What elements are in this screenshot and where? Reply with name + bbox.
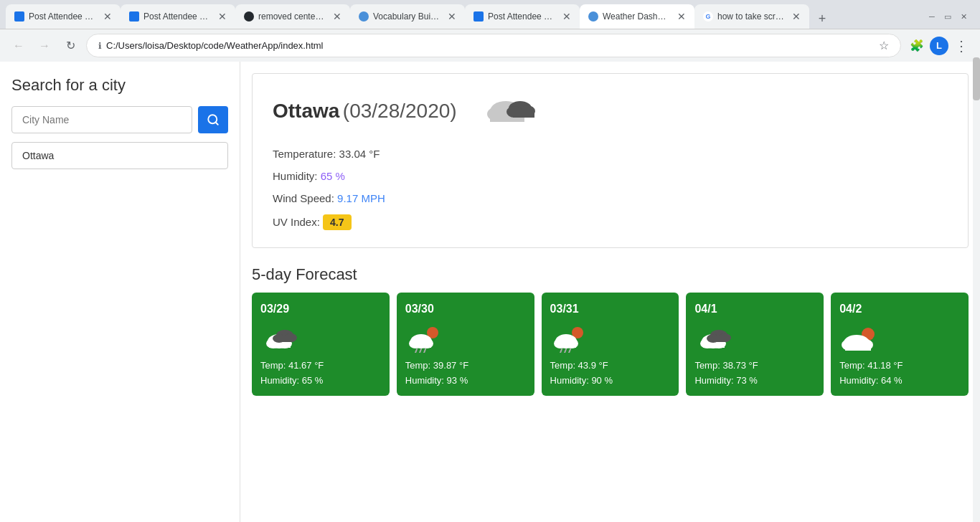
- tab-7[interactable]: G how to take scree... ✕: [694, 4, 809, 29]
- temperature-row: Temperature: 33.04 °F: [273, 148, 948, 160]
- search-input[interactable]: [11, 106, 192, 133]
- forecast-card-4: 04/2 Temp: 41.18 °F Humidit: [831, 293, 969, 396]
- refresh-button[interactable]: ↻: [60, 36, 80, 56]
- forecast-icon-2: [550, 323, 671, 353]
- forecast-icon-1: [405, 323, 526, 353]
- tab-6-close[interactable]: ✕: [677, 11, 686, 22]
- address-input[interactable]: ℹ C:/Users/loisa/Desktop/code/WeatherApp…: [86, 34, 901, 57]
- main-content: Ottawa (03/28/2020): [240, 62, 980, 522]
- search-button[interactable]: [198, 106, 228, 133]
- tab-1-label: Post Attendee - Z...: [29, 11, 96, 22]
- tab-7-close[interactable]: ✕: [792, 11, 801, 22]
- forecast-date-1: 03/30: [405, 303, 526, 315]
- back-button[interactable]: ←: [9, 36, 29, 56]
- tab-4[interactable]: Vocabulary Builder ✕: [350, 4, 465, 29]
- forecast-humidity-4: Humidity: 64 %: [839, 375, 960, 386]
- forecast-temp-4: Temp: 41.18 °F: [839, 360, 960, 371]
- svg-rect-17: [278, 337, 293, 342]
- tab-2-favicon: [129, 11, 139, 22]
- tab-1[interactable]: Post Attendee - Z... ✕: [6, 4, 121, 29]
- tabs-row: Post Attendee - Z... ✕ Post Attendee - Z…: [6, 4, 927, 29]
- weather-city: Ottawa: [273, 100, 339, 122]
- sidebar: Search for a city Ottawa: [0, 62, 240, 522]
- scrollbar-thumb[interactable]: [973, 57, 980, 100]
- city-result-ottawa[interactable]: Ottawa: [11, 142, 228, 169]
- svg-line-1: [215, 122, 217, 124]
- forecast-temp-1: Temp: 39.87 °F: [405, 360, 526, 371]
- forecast-icon-4: [839, 323, 960, 353]
- close-window-button[interactable]: ✕: [958, 11, 969, 22]
- wind-value: 9.17 MPH: [337, 192, 385, 204]
- forecast-humidity-0: Humidity: 65 %: [260, 375, 381, 386]
- star-icon[interactable]: ☆: [879, 39, 889, 52]
- forecast-icon-3: [694, 323, 815, 353]
- uv-badge: 4.7: [323, 214, 351, 230]
- tab-3-close[interactable]: ✕: [333, 11, 341, 22]
- svg-rect-37: [703, 343, 725, 348]
- svg-rect-9: [513, 111, 534, 118]
- weather-card: Ottawa (03/28/2020): [252, 73, 969, 248]
- tab-2[interactable]: Post Attendee - Z... ✕: [121, 4, 235, 29]
- wind-label: Wind Speed:: [273, 192, 334, 204]
- humidity-label: Humidity:: [273, 170, 318, 182]
- tab-1-close[interactable]: ✕: [103, 11, 112, 22]
- tab-4-label: Vocabulary Builder: [373, 11, 440, 22]
- scrollbar-track[interactable]: [973, 57, 980, 522]
- browser-chrome: Post Attendee - Z... ✕ Post Attendee - Z…: [0, 0, 980, 62]
- forecast-title: 5-day Forecast: [252, 265, 969, 284]
- forecast-date-0: 03/29: [260, 303, 381, 315]
- tab-4-close[interactable]: ✕: [448, 11, 456, 22]
- forecast-cards: 03/29: [252, 293, 969, 396]
- forecast-card-1: 03/30: [397, 293, 534, 396]
- forecast-humidity-2: Humidity: 90 %: [550, 375, 671, 386]
- humidity-value: 65 %: [321, 170, 345, 182]
- address-text: C:/Users/loisa/Desktop/code/WeatherApp/i…: [106, 40, 324, 51]
- minimize-button[interactable]: ─: [927, 11, 937, 22]
- svg-rect-22: [413, 343, 431, 348]
- chrome-toolbar-icons: 🧩 L ⋮: [907, 36, 971, 56]
- forecast-card-0: 03/29: [252, 293, 390, 396]
- svg-line-23: [415, 349, 417, 353]
- svg-rect-46: [845, 344, 871, 351]
- forecast-temp-0: Temp: 41.67 °F: [260, 360, 381, 371]
- tab-3[interactable]: removed center-a... ✕: [235, 4, 350, 29]
- city-result-label: Ottawa: [22, 150, 54, 161]
- tab-5[interactable]: Post Attendee - Z... ✕: [465, 4, 580, 29]
- security-icon: ℹ: [98, 41, 102, 51]
- tab-6-label: Weather Dashboa...: [603, 11, 670, 22]
- tab-6[interactable]: Weather Dashboa... ✕: [580, 4, 694, 29]
- forecast-card-3: 04/1: [686, 293, 824, 396]
- weather-details: Temperature: 33.04 °F Humidity: 65 % Win…: [273, 148, 948, 230]
- search-row: [11, 106, 228, 133]
- address-actions: ☆: [879, 39, 889, 52]
- tab-5-label: Post Attendee - Z...: [488, 11, 555, 22]
- weather-date: (03/28/2020): [343, 100, 457, 122]
- tab-3-label: removed center-a...: [258, 11, 326, 22]
- forecast-temp-2: Temp: 43.9 °F: [550, 360, 671, 371]
- cloudy-icon: [479, 91, 536, 130]
- svg-line-25: [424, 349, 425, 353]
- tab-7-label: how to take scree...: [717, 11, 785, 22]
- tab-5-favicon: [473, 11, 484, 22]
- maximize-button[interactable]: ▭: [943, 11, 953, 22]
- chrome-menu-button[interactable]: ⋮: [951, 37, 971, 54]
- new-tab-button[interactable]: +: [812, 9, 832, 29]
- forecast-icon-0: [260, 323, 381, 353]
- temperature-label: Temperature:: [273, 148, 336, 160]
- temperature-value: 33.04 °F: [339, 148, 380, 160]
- address-bar-row: ← → ↻ ℹ C:/Users/loisa/Desktop/code/Weat…: [0, 29, 980, 62]
- forecast-card-2: 03/31: [542, 293, 679, 396]
- forecast-temp-3: Temp: 38.73 °F: [694, 360, 815, 371]
- search-title: Search for a city: [11, 76, 228, 95]
- svg-rect-30: [557, 343, 576, 348]
- tab-5-close[interactable]: ✕: [562, 11, 571, 22]
- tab-2-close[interactable]: ✕: [218, 11, 227, 22]
- svg-line-33: [569, 349, 570, 353]
- extensions-icon[interactable]: 🧩: [907, 36, 927, 56]
- forward-button[interactable]: →: [34, 36, 55, 56]
- profile-icon[interactable]: L: [930, 37, 948, 55]
- forecast-section: 5-day Forecast 03/29: [240, 260, 980, 407]
- window-controls: ─ ▭ ✕: [927, 11, 974, 22]
- forecast-humidity-1: Humidity: 93 %: [405, 375, 526, 386]
- tab-6-favicon: [588, 11, 598, 22]
